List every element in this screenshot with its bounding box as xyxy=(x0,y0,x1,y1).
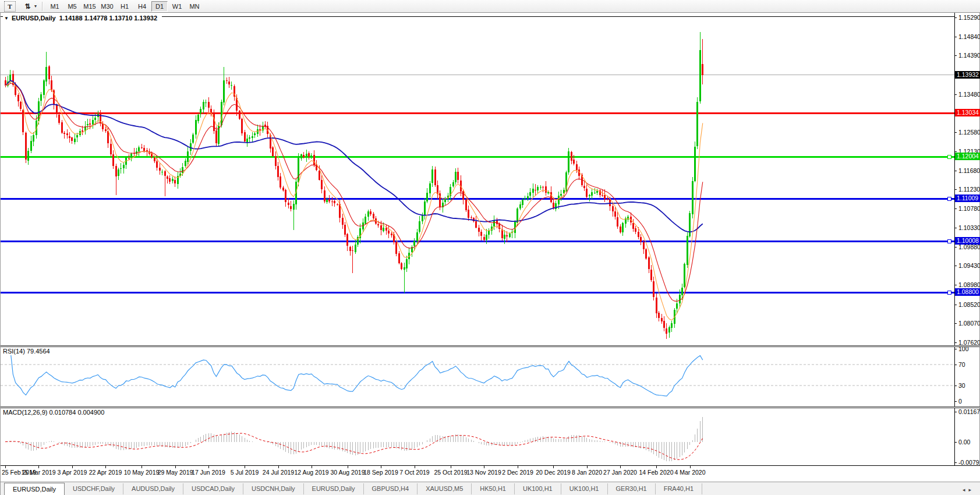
price-tick-label: 1.11680 xyxy=(958,167,980,175)
price-tick xyxy=(954,305,957,305)
price-badge-1.10008: 1.10008 xyxy=(955,237,980,245)
hline-handle[interactable] xyxy=(947,291,951,294)
date-tick xyxy=(208,466,209,468)
date-label: 3 Apr 2019 xyxy=(58,469,87,476)
panel-splitter[interactable] xyxy=(1,345,980,347)
chart-tab-11-GER30-H1[interactable]: GER30,H1 xyxy=(608,483,656,494)
macd-chart[interactable] xyxy=(1,408,954,465)
panel-splitter[interactable] xyxy=(1,406,980,408)
timeframe-button-W1[interactable]: W1 xyxy=(169,1,185,12)
price-tick xyxy=(954,189,957,190)
chart-tab-10-UK100-H1[interactable]: UK100,H1 xyxy=(561,483,608,494)
chart-tab-9-UK100-H1[interactable]: UK100,H1 xyxy=(515,483,561,494)
price-tick xyxy=(954,323,957,324)
price-badge-1.08800: 1.08800 xyxy=(955,288,980,296)
rsi-tick-label: 30 xyxy=(958,382,965,390)
hline-handle[interactable] xyxy=(947,155,951,158)
date-label: 12 Aug 2019 xyxy=(295,469,329,476)
chart-tab-1-USDCHF-Daily[interactable]: USDCHF,Daily xyxy=(65,483,123,494)
hline-handle[interactable] xyxy=(947,239,951,243)
timeframe-button-M15[interactable]: M15 xyxy=(82,1,98,12)
date-label: 7 Oct 2019 xyxy=(399,469,429,476)
macd-tick xyxy=(954,462,957,463)
chart-tab-12-FRA40-H1[interactable]: FRA40,H1 xyxy=(656,483,702,494)
macd-tick xyxy=(954,412,957,412)
timeframe-button-M5[interactable]: M5 xyxy=(64,1,80,12)
price-tick xyxy=(954,151,957,152)
trading-terminal: T ⇅ ▾ M1M5M15M30H1H4D1W1MN ▼EURUSD,Daily… xyxy=(0,0,980,495)
date-label: 20 Dec 2019 xyxy=(536,469,571,476)
date-label: 24 Jul 2019 xyxy=(263,469,294,476)
date-tick xyxy=(518,466,518,468)
date-label: 10 May 2019 xyxy=(124,469,160,476)
date-label: 4 Mar 2020 xyxy=(674,469,705,476)
symbol-label: EURUSD,Daily xyxy=(12,15,56,22)
rsi-chart[interactable] xyxy=(1,347,954,406)
date-label: 13 Nov 2019 xyxy=(466,469,501,476)
date-tick xyxy=(141,466,142,468)
rsi-label: RSI(14) 79.4564 xyxy=(2,348,54,355)
tab-scroll-arrows[interactable]: ◂▸ xyxy=(963,487,975,493)
date-tick xyxy=(415,466,415,468)
price-tick-label: 1.12580 xyxy=(958,129,980,136)
chart-tab-3-USDCAD-Daily[interactable]: USDCAD,Daily xyxy=(183,483,243,494)
date-label: 8 Jan 2020 xyxy=(572,469,602,476)
collapse-triangle-icon[interactable]: ▼ xyxy=(4,16,9,21)
date-label: 29 May 2019 xyxy=(158,469,193,476)
dropdown-caret-icon[interactable]: ▾ xyxy=(34,3,37,9)
chart-tab-4-USDCNH-Daily[interactable]: USDCNH,Daily xyxy=(243,483,304,494)
tab-scroll-right-icon[interactable]: ▸ xyxy=(968,487,975,493)
price-tick xyxy=(954,171,957,171)
macd-tick xyxy=(954,442,957,443)
timeframe-group: M1M5M15M30H1H4D1W1MN xyxy=(46,1,203,12)
price-tick-label: 1.15290 xyxy=(958,14,980,22)
price-tick xyxy=(954,266,957,266)
price-tick-label: 1.09430 xyxy=(958,262,980,270)
date-tick xyxy=(175,466,176,468)
timeframe-button-H1[interactable]: H1 xyxy=(116,1,133,12)
date-label: 5 Jul 2019 xyxy=(231,469,259,476)
price-tick xyxy=(954,285,957,285)
date-tick xyxy=(381,466,381,468)
date-tick xyxy=(348,466,348,468)
tab-scroll-left-icon[interactable]: ◂ xyxy=(963,487,969,493)
chart-tab-7-XAUUSD-M5[interactable]: XAUUSD,M5 xyxy=(418,483,472,494)
date-label: 14 Feb 2020 xyxy=(639,469,674,476)
price-tick-label: 1.10330 xyxy=(958,224,980,232)
arrows-tool-button[interactable]: ⇅ xyxy=(22,1,33,12)
timeframe-button-H4[interactable]: H4 xyxy=(134,1,150,12)
hline-handle[interactable] xyxy=(947,197,951,200)
rsi-tick xyxy=(954,386,957,386)
date-label: 25 Oct 2019 xyxy=(434,469,467,476)
date-tick xyxy=(5,466,6,468)
date-label: 22 Apr 2019 xyxy=(89,469,122,476)
price-tick-label: 1.14390 xyxy=(958,52,980,59)
rsi-tick-label: 70 xyxy=(958,361,965,369)
price-badge-1.12004: 1.12004 xyxy=(955,153,980,160)
date-tick xyxy=(656,466,657,468)
timeframe-button-M1[interactable]: M1 xyxy=(47,1,63,12)
text-label-tool-button[interactable]: T xyxy=(4,1,16,12)
price-tick-label: 1.14840 xyxy=(958,33,980,41)
date-tick xyxy=(72,466,73,468)
chart-tab-5-EURUSD-Daily[interactable]: EURUSD,Daily xyxy=(304,483,364,494)
chart-tab-0-EURUSD-Daily[interactable]: EURUSD,Daily xyxy=(4,483,65,495)
price-tick xyxy=(954,17,957,18)
timeframe-button-D1[interactable]: D1 xyxy=(151,1,168,12)
timeframe-button-M30[interactable]: M30 xyxy=(99,1,115,12)
date-tick xyxy=(553,466,554,468)
timeframe-button-MN[interactable]: MN xyxy=(186,1,203,12)
macd-histogram xyxy=(5,417,703,461)
date-tick xyxy=(105,466,106,468)
chart-tab-6-GBPUSD-H4[interactable]: GBPUSD,H4 xyxy=(364,483,418,494)
horizontal-lines[interactable] xyxy=(1,75,954,294)
date-tick xyxy=(38,466,39,468)
price-tick xyxy=(954,55,957,56)
time-axis[interactable]: 25 Feb 201915 Mar 20193 Apr 201922 Apr 2… xyxy=(1,465,980,482)
price-chart[interactable] xyxy=(1,17,954,345)
chart-tab-2-AUDUSD-Daily[interactable]: AUDUSD,Daily xyxy=(123,483,183,494)
chart-tab-8-HK50-H1[interactable]: HK50,H1 xyxy=(472,483,515,494)
price-badge-1.11009: 1.11009 xyxy=(955,195,980,202)
date-label: 18 Sep 2019 xyxy=(363,469,398,476)
date-label: 27 Jan 2020 xyxy=(603,469,637,476)
